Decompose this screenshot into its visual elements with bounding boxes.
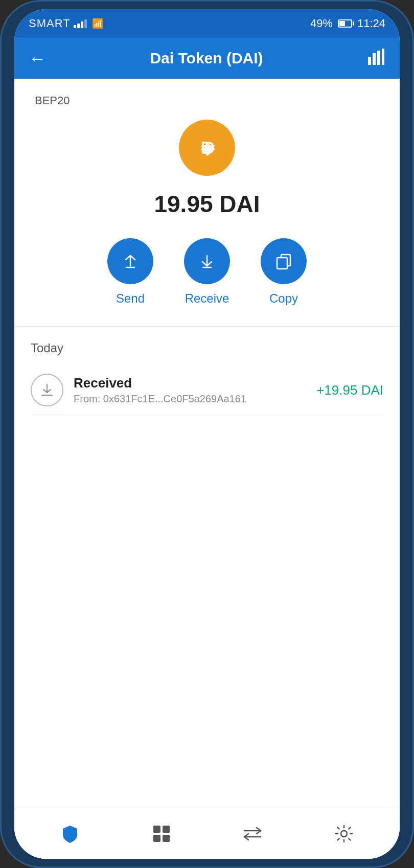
tx-amount: +19.95 DAI [316,382,383,398]
token-logo: ◈ [179,120,235,176]
section-date: Today [31,341,383,355]
copy-icon [273,250,294,272]
nav-swap[interactable] [232,818,273,849]
signal-icon [74,19,87,28]
receive-label: Receive [185,291,229,306]
send-icon [120,250,141,272]
network-label: BEP20 [35,94,70,107]
svg-rect-2 [377,51,380,65]
tx-details: Received From: 0x631Fc1E...Ce0F5a269Aa16… [74,375,306,405]
tx-from: From: 0x631Fc1E...Ce0F5a269Aa161 [74,393,306,405]
back-button[interactable]: ← [29,49,46,68]
transactions-section: Today Received From: 0x631Fc1E...Ce0F5a2… [14,327,400,808]
svg-point-21 [341,831,347,837]
copy-label: Copy [269,291,298,306]
svg-rect-1 [373,53,376,65]
svg-rect-16 [163,826,170,833]
download-icon [39,382,55,398]
nav-shield[interactable] [50,818,90,849]
battery-icon [338,19,352,28]
nav-settings[interactable] [324,818,364,849]
main-content: BEP20 ◈ 19.95 DAI [14,79,400,859]
copy-button-wrap: Copy [261,238,307,306]
time-label: 11:24 [357,17,385,30]
send-button-wrap: Send [107,238,153,306]
token-section: BEP20 ◈ 19.95 DAI [14,79,400,327]
table-row[interactable]: Received From: 0x631Fc1E...Ce0F5a269Aa16… [31,366,383,415]
wifi-icon: 📶 [92,18,103,29]
grid-icon [151,824,172,844]
copy-button[interactable] [261,238,307,284]
notch [171,9,243,30]
page-title: Dai Token (DAI) [150,50,263,67]
svg-rect-17 [153,835,160,842]
phone-screen: SMART 📶 49% 11:24 [14,9,400,859]
token-balance: 19.95 DAI [154,190,260,218]
tx-receive-icon [31,374,63,406]
svg-rect-3 [382,49,384,65]
status-left: SMART 📶 [29,17,103,30]
nav-grid[interactable] [141,818,182,849]
svg-rect-12 [277,258,287,269]
receive-button[interactable] [184,238,230,284]
svg-rect-0 [368,57,371,65]
shield-icon [60,824,80,844]
receive-button-wrap: Receive [184,238,230,306]
bottom-nav [14,808,400,859]
dai-logo-icon: ◈ [192,132,222,163]
app-header: ← Dai Token (DAI) [14,38,400,79]
phone-frame: SMART 📶 49% 11:24 [0,0,414,868]
svg-rect-15 [153,826,160,833]
chart-icon[interactable] [367,48,385,70]
tx-type: Received [74,375,306,391]
svg-rect-18 [163,835,170,842]
battery-percent: 49% [310,17,333,30]
send-label: Send [116,291,145,306]
receive-icon [196,250,218,272]
status-bar: SMART 📶 49% 11:24 [14,9,400,38]
send-button[interactable] [107,238,153,284]
carrier-label: SMART [29,17,71,30]
swap-icon [242,824,263,844]
action-buttons: Send Receive [107,238,307,306]
status-right: 49% 11:24 [310,17,385,30]
settings-icon [334,824,354,844]
